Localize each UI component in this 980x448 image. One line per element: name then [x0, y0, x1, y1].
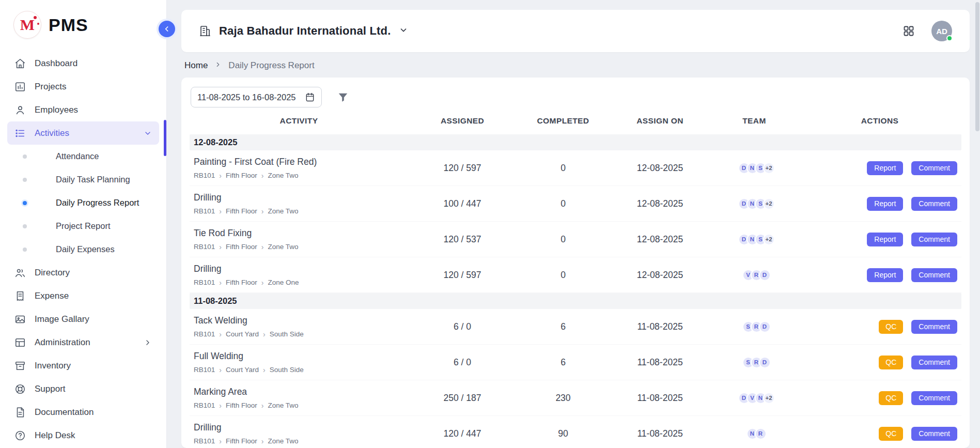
activity-path: RB101›Fifth Floor›Zone Two [194, 207, 403, 215]
inventory-icon [14, 360, 26, 372]
sidebar: M PMS Dashboard Projects Employees Activ… [0, 0, 167, 448]
chevron-right-icon [144, 338, 152, 347]
sidebar-subitem-project-report[interactable]: Project Report [7, 214, 159, 238]
employees-icon [14, 104, 26, 116]
sidebar-item-support[interactable]: Support [7, 377, 159, 400]
apps-grid-icon[interactable] [903, 25, 915, 37]
qc-button[interactable]: QC [879, 356, 903, 369]
chevron-right-icon: › [261, 243, 264, 251]
path-segment: Fifth Floor [226, 243, 257, 251]
chevron-right-icon [214, 60, 222, 71]
column-header-team: TEAM [710, 116, 798, 126]
assigned-value: 6 / 0 [408, 357, 517, 368]
activity-path: RB101›Fifth Floor›Zone Two [194, 401, 403, 409]
sidebar-item-inventory[interactable]: Inventory [7, 354, 159, 377]
completed-value: 0 [517, 198, 610, 209]
sidebar-subitem-label: Daily Progress Report [56, 198, 139, 208]
report-panel: 11-08-2025 to 16-08-2025 ACTIVITY ASSIGN… [181, 78, 970, 448]
avatar-initials: AD [936, 27, 947, 36]
assign-on-date: 12-08-2025 [610, 234, 710, 245]
activity-cell: Full WeldingRB101›Court Yard›South Side [190, 346, 408, 378]
date-range-input[interactable]: 11-08-2025 to 16-08-2025 [191, 87, 322, 107]
sidebar-item-employees[interactable]: Employees [7, 98, 159, 121]
completed-value: 230 [517, 393, 610, 404]
team-avatars: VRD [710, 269, 798, 281]
comment-button[interactable]: Comment [911, 356, 957, 369]
page-scrollbar[interactable] [975, 0, 980, 448]
chevron-down-icon [399, 25, 408, 37]
sidebar-item-label: Expense [35, 291, 69, 301]
activity-cell: DrillingRB101›Fifth Floor›Zone Two [190, 418, 408, 448]
sidebar-item-activities[interactable]: Activities [7, 121, 159, 145]
team-avatars: DVN+2 [710, 392, 798, 404]
sidebar-item-documentation[interactable]: Documentation [7, 400, 159, 424]
assigned-value: 120 / 597 [408, 270, 517, 281]
sidebar-subitem-label: Daily Task Planning [56, 175, 130, 184]
path-segment: RB101 [194, 401, 215, 409]
table-row: Tie Rod FixingRB101›Fifth Floor›Zone Two… [190, 222, 961, 257]
activity-path: RB101›Fifth Floor›Zone Two [194, 243, 403, 251]
app-name: PMS [49, 15, 88, 35]
image-gallery-icon [14, 314, 26, 325]
comment-button[interactable]: Comment [911, 268, 957, 282]
sidebar-item-help-desk[interactable]: Help Desk [7, 424, 159, 447]
app-root: M PMS Dashboard Projects Employees Activ… [0, 0, 980, 448]
assigned-value: 120 / 537 [408, 234, 517, 245]
report-button[interactable]: Report [867, 268, 903, 282]
activity-title: Drilling [194, 264, 403, 274]
sidebar-item-projects[interactable]: Projects [7, 75, 159, 98]
breadcrumb-home-link[interactable]: Home [184, 60, 208, 71]
report-button[interactable]: Report [867, 161, 903, 175]
sidebar-item-label: Documentation [35, 407, 94, 418]
sidebar-subitem-label: Project Report [56, 221, 110, 231]
sidebar-subitem-daily-task-planning[interactable]: Daily Task Planning [7, 168, 159, 191]
qc-button[interactable]: QC [879, 427, 903, 441]
team-overflow-badge: +2 [763, 234, 775, 245]
chevron-right-icon: › [263, 331, 266, 338]
report-button[interactable]: Report [867, 197, 903, 211]
scrollbar-thumb[interactable] [975, 2, 979, 131]
sidebar-item-label: Projects [35, 82, 66, 92]
comment-button[interactable]: Comment [911, 427, 957, 441]
assigned-value: 100 / 447 [408, 198, 517, 209]
comment-button[interactable]: Comment [911, 391, 957, 405]
team-avatars: NR [710, 428, 798, 440]
sidebar-subitem-label: Daily Expenses [56, 244, 115, 254]
comment-button[interactable]: Comment [911, 197, 957, 211]
active-menu-indicator [164, 120, 166, 156]
directory-icon [14, 267, 26, 279]
comment-button[interactable]: Comment [911, 320, 957, 334]
sidebar-item-administration[interactable]: Administration [7, 331, 159, 354]
assign-on-date: 12-08-2025 [610, 270, 710, 281]
qc-button[interactable]: QC [879, 391, 903, 405]
path-segment: Zone Two [268, 207, 298, 215]
bullet-icon [23, 224, 27, 228]
building-icon [199, 25, 211, 37]
qc-button[interactable]: QC [879, 320, 903, 334]
report-button[interactable]: Report [867, 233, 903, 246]
sidebar-item-image-gallery[interactable]: Image Gallary [7, 307, 159, 331]
sidebar-collapse-button[interactable] [159, 21, 175, 37]
sidebar-item-label: Help Desk [35, 430, 75, 441]
group-date-label: 12-08-2025 [194, 137, 237, 147]
company-selector[interactable]: Raja Bahadur International Ltd. [199, 24, 408, 38]
filter-funnel-button[interactable] [337, 91, 349, 103]
sidebar-subitem-daily-progress-report[interactable]: Daily Progress Report [7, 191, 159, 214]
sidebar-item-dashboard[interactable]: Dashboard [7, 52, 159, 75]
path-segment: RB101 [194, 207, 215, 215]
activity-path: RB101›Fifth Floor›Zone Two [194, 172, 403, 179]
activity-path: RB101›Court Yard›South Side [194, 366, 403, 374]
user-avatar[interactable]: AD [931, 21, 952, 41]
activities-icon [14, 128, 26, 139]
sidebar-item-expense[interactable]: Expense [7, 284, 159, 307]
sidebar-item-directory[interactable]: Directory [7, 261, 159, 284]
sidebar-subitem-daily-expenses[interactable]: Daily Expenses [7, 238, 159, 261]
path-segment: RB101 [194, 243, 215, 251]
comment-button[interactable]: Comment [911, 161, 957, 175]
completed-value: 6 [517, 321, 610, 332]
comment-button[interactable]: Comment [911, 233, 957, 246]
column-header-assigned: ASSIGNED [408, 116, 517, 126]
activity-cell: DrillingRB101›Fifth Floor›Zone One [190, 259, 408, 291]
sidebar-subitem-attendance[interactable]: Attendance [7, 145, 159, 168]
team-member-avatar: D [759, 357, 771, 368]
